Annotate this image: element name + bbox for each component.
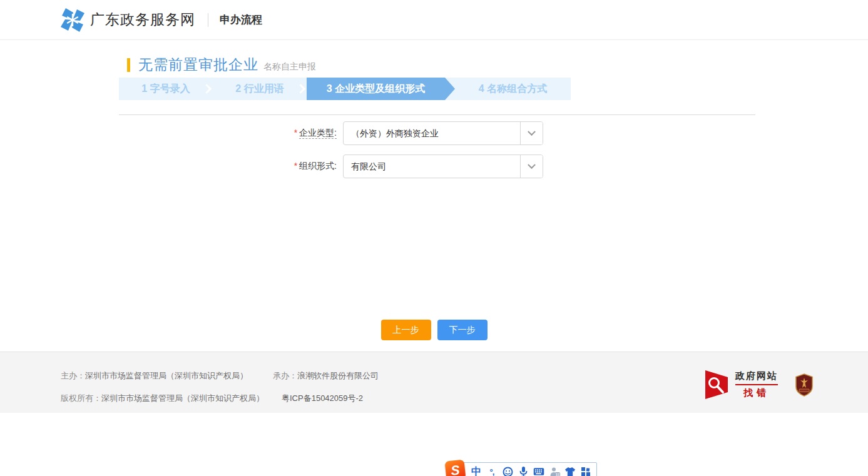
step-1-label: 1 字号录入 — [141, 83, 190, 96]
gov-site-find-error-badge[interactable]: 政府网站 找错 — [705, 370, 778, 400]
page: 广东政务服务网 申办流程 无需前置审批企业 名称自主申报 1 字号录入 2 行业… — [0, 0, 868, 476]
ime-toolbar: S 中 °, — [446, 460, 597, 476]
toolbox-icon[interactable] — [580, 466, 591, 476]
footer-badges: 政府网站 找错 — [705, 370, 813, 400]
page-subtitle: 名称自主申报 — [263, 61, 316, 73]
find-error-flag-icon — [705, 370, 730, 400]
next-step-button[interactable]: 下一步 — [437, 320, 488, 340]
find-error-text: 政府网站 找错 — [735, 370, 778, 399]
page-title-row: 无需前置审批企业 名称自主申报 — [127, 55, 316, 74]
site-logo-pinwheel-icon — [60, 8, 85, 33]
emoji-icon[interactable] — [502, 466, 513, 476]
enterprise-type-label: *企业类型: — [280, 128, 337, 139]
step-4-mingcheng[interactable]: 4 名称组合方式 — [455, 78, 571, 100]
step-wizard: 1 字号录入 2 行业用语 3 企业类型及组织形式 4 名称组合方式 — [119, 78, 571, 100]
organization-form-label: *组织形式: — [280, 161, 337, 172]
footer-line-2: 版权所有：深圳市市场监督管理局（深圳市知识产权局）粤ICP备15042059号-… — [61, 393, 363, 404]
microphone-icon[interactable] — [518, 466, 529, 476]
chevron-down-icon — [528, 128, 536, 136]
form-row-enterprise-type: *企业类型: （外资）外商独资企业 — [280, 121, 543, 145]
required-asterisk: * — [294, 161, 297, 171]
undertake-label: 承办： — [273, 371, 297, 380]
step-1-zihao[interactable]: 1 字号录入 — [119, 78, 213, 100]
step-2-hangye[interactable]: 2 行业用语 — [213, 78, 307, 100]
copyright-value: 深圳市市场监督管理局（深圳市知识产权局） — [101, 393, 264, 403]
enterprise-type-value: （外资）外商独资企业 — [344, 122, 520, 144]
find-error-line1: 政府网站 — [735, 370, 778, 385]
step-2-label: 2 行业用语 — [235, 83, 283, 96]
step-separator-chevron-icon — [296, 84, 306, 94]
organization-form-dropdown-button[interactable] — [520, 155, 543, 178]
content-divider — [119, 114, 755, 115]
required-asterisk: * — [294, 128, 297, 138]
footer: 主办：深圳市市场监督管理局（深圳市知识产权局）承办：浪潮软件股份有限公司 版权所… — [0, 352, 868, 413]
step-4-label: 4 名称组合方式 — [479, 83, 547, 96]
host-label: 主办： — [61, 371, 85, 380]
enterprise-type-dropdown-button[interactable] — [520, 122, 543, 144]
step-3-qiyeleixing-active[interactable]: 3 企业类型及组织形式 — [307, 78, 455, 100]
icp-number: 粤ICP备15042059号-2 — [282, 393, 363, 403]
wizard-buttons: 上一步 下一步 — [0, 320, 868, 340]
title-accent-bar — [127, 58, 130, 72]
chevron-down-icon — [528, 161, 536, 169]
organization-form-select[interactable]: 有限公司 — [343, 154, 543, 178]
footer-line-1: 主办：深圳市市场监督管理局（深圳市知识产权局）承办：浪潮软件股份有限公司 — [61, 370, 379, 382]
header-divider — [208, 13, 208, 27]
copyright-label: 版权所有： — [61, 393, 101, 403]
form-row-organization-form: *组织形式: 有限公司 — [280, 154, 543, 178]
chinese-mode-icon[interactable]: 中 — [471, 466, 482, 476]
host-value: 深圳市市场监督管理局（深圳市知识产权局） — [85, 371, 248, 380]
sogou-logo-icon[interactable]: S — [444, 459, 466, 476]
ime-toolbar-box: 中 °, — [461, 462, 597, 476]
enterprise-type-select[interactable]: （外资）外商独资企业 — [343, 121, 543, 145]
organization-form-value: 有限公司 — [344, 155, 520, 178]
step-3-label: 3 企业类型及组织形式 — [327, 83, 425, 96]
site-title: 广东政务服务网 — [90, 10, 195, 29]
step-separator-chevron-icon — [202, 84, 212, 94]
security-shield-badge-icon[interactable] — [795, 373, 813, 397]
previous-step-button[interactable]: 上一步 — [381, 320, 431, 340]
find-error-line2: 找错 — [735, 387, 778, 399]
page-title: 无需前置审批企业 — [138, 55, 258, 74]
keyboard-icon[interactable] — [533, 466, 544, 476]
skin-icon[interactable] — [564, 466, 576, 476]
nav-title: 申办流程 — [220, 13, 262, 27]
punctuation-icon[interactable]: °, — [486, 466, 498, 476]
undertake-value: 浪潮软件股份有限公司 — [297, 371, 379, 380]
header: 广东政务服务网 申办流程 — [0, 0, 868, 40]
passthrough-icon[interactable] — [549, 466, 560, 476]
